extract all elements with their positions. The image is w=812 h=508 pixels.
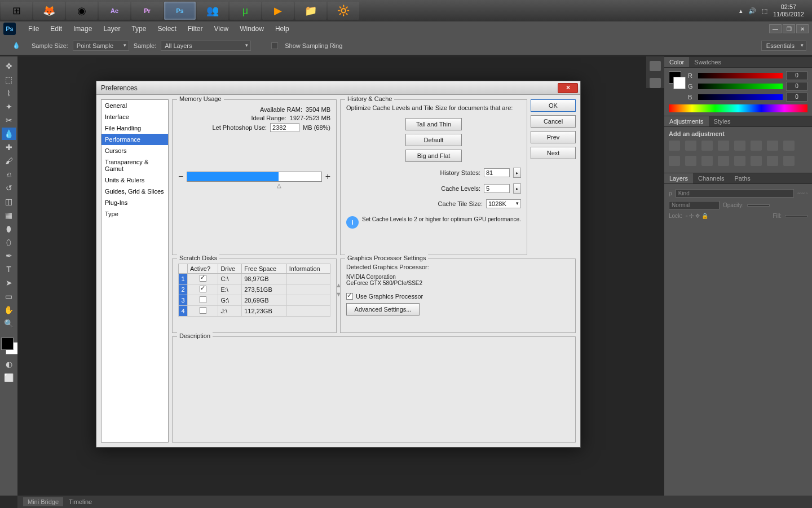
lasso-tool[interactable]: ⌇ [2, 87, 16, 99]
tab-color[interactable]: Color [664, 57, 689, 67]
wand-tool[interactable]: ✦ [2, 100, 16, 113]
taskbar-ae[interactable]: Ae [99, 2, 130, 20]
screenmode-tool[interactable]: ⬜ [2, 371, 16, 384]
pref-category-type[interactable]: Type [102, 208, 168, 220]
tab-channels[interactable]: Channels [693, 173, 729, 183]
quickmask-tool[interactable]: ◐ [2, 358, 16, 370]
adj-icon[interactable] [734, 156, 745, 166]
scratch-row[interactable]: 4J:\112,23GB [179, 306, 330, 317]
g-value[interactable]: 0 [786, 82, 807, 91]
menu-select[interactable]: Select [152, 25, 182, 33]
history-states-input[interactable]: 81 [484, 168, 510, 177]
color-ramp[interactable] [669, 104, 807, 112]
opacity-input[interactable] [747, 204, 770, 207]
big-flat-button[interactable]: Big and Flat [405, 150, 462, 162]
pref-category-plug-ins[interactable]: Plug-Ins [102, 197, 168, 208]
menu-type[interactable]: Type [126, 25, 152, 33]
window-minimize-button[interactable]: — [769, 24, 782, 33]
eyedropper-tool[interactable]: 💧 [2, 128, 16, 140]
hand-tool[interactable]: ✋ [2, 304, 16, 316]
collapsed-panel-icon[interactable] [650, 61, 661, 71]
crop-tool[interactable]: ✂ [2, 114, 16, 126]
dialog-titlebar[interactable]: Preferences ✕ [96, 81, 580, 95]
slider-plus-button[interactable]: + [325, 172, 330, 182]
scratch-active-checkbox[interactable] [200, 307, 206, 314]
gradient-tool[interactable]: ▦ [2, 209, 16, 221]
taskbar-chrome[interactable]: ◉ [66, 2, 98, 20]
cache-levels-input[interactable]: 5 [484, 184, 510, 193]
cancel-button[interactable]: Cancel [531, 115, 576, 128]
taskbar-app[interactable]: 🔆 [328, 2, 359, 20]
tab-styles[interactable]: Styles [709, 116, 736, 126]
pref-category-file-handling[interactable]: File Handling [102, 122, 168, 134]
let-use-input[interactable]: 2382 [270, 123, 299, 132]
menu-edit[interactable]: Edit [45, 25, 68, 33]
taskbar-pr[interactable]: Pr [131, 2, 163, 20]
foreground-swatch[interactable] [1, 338, 14, 350]
cache-tile-dropdown[interactable]: 1028K [486, 199, 521, 208]
pref-category-performance[interactable]: Performance [102, 134, 168, 145]
scratch-row[interactable]: 2E:\273,51GB [179, 284, 330, 295]
pref-category-transparency-gamut[interactable]: Transparency & Gamut [102, 156, 168, 174]
r-value[interactable]: 0 [786, 71, 807, 80]
adj-icon[interactable] [783, 141, 795, 151]
pref-category-general[interactable]: General [102, 100, 168, 111]
collapsed-panel-icon[interactable] [650, 78, 661, 88]
marquee-tool[interactable]: ⬚ [2, 73, 16, 86]
taskbar-media[interactable]: ▶ [262, 2, 294, 20]
zoom-tool[interactable]: 🔍 [2, 317, 16, 330]
r-slider[interactable] [698, 73, 783, 78]
tray-clock[interactable]: 02:57 11/05/2012 [773, 3, 804, 18]
adj-icon[interactable] [718, 141, 729, 151]
scratch-disks-table[interactable]: Active? Drive Free Space Information 1C:… [178, 264, 330, 317]
tray-network-icon[interactable]: ⬚ [762, 7, 767, 15]
adj-icon[interactable] [718, 156, 729, 166]
sample-dropdown[interactable]: All Layers [161, 41, 251, 51]
adj-icon[interactable] [767, 141, 778, 151]
use-gpu-checkbox[interactable] [346, 293, 353, 300]
adj-icon[interactable] [669, 156, 680, 166]
adj-icon[interactable] [751, 156, 762, 166]
adj-icon[interactable] [783, 156, 795, 166]
scratch-active-checkbox[interactable] [200, 286, 206, 292]
system-tray[interactable]: ▴ 🔊 ⬚ 02:57 11/05/2012 [739, 3, 812, 18]
taskbar-explorer[interactable]: 📁 [295, 2, 326, 20]
ok-button[interactable]: OK [531, 99, 576, 112]
history-brush-tool[interactable]: ↺ [2, 182, 16, 194]
menu-help[interactable]: Help [270, 25, 295, 33]
window-close-button[interactable]: ✕ [796, 24, 809, 33]
heal-tool[interactable]: ✚ [2, 141, 16, 154]
default-cache-button[interactable]: Default [405, 134, 462, 146]
tab-timeline[interactable]: Timeline [64, 497, 96, 506]
tab-adjustments[interactable]: Adjustments [664, 116, 709, 126]
prev-button[interactable]: Prev [531, 131, 576, 143]
blend-mode-dropdown[interactable]: Normal [669, 201, 720, 209]
tray-show-hidden-icon[interactable]: ▴ [739, 7, 743, 15]
blur-tool[interactable]: ⬮ [2, 222, 16, 235]
adj-icon[interactable] [701, 141, 713, 151]
start-button[interactable]: ⊞ [1, 2, 32, 20]
adj-icon[interactable] [767, 156, 778, 166]
menu-file[interactable]: File [23, 25, 45, 33]
pref-category-guides-grid-slices[interactable]: Guides, Grid & Slices [102, 186, 168, 197]
pref-category-interface[interactable]: Interface [102, 111, 168, 122]
adj-icon[interactable] [685, 156, 696, 166]
pref-category-units-rulers[interactable]: Units & Rulers [102, 174, 168, 186]
shape-tool[interactable]: ▭ [2, 290, 16, 303]
pen-tool[interactable]: ✒ [2, 249, 16, 262]
path-select-tool[interactable]: ➤ [2, 277, 16, 289]
memory-slider[interactable]: △ [187, 172, 321, 182]
workspace-dropdown[interactable]: Essentials [761, 41, 806, 51]
fill-input[interactable] [785, 215, 807, 217]
window-restore-button[interactable]: ❐ [783, 24, 795, 33]
taskbar-firefox[interactable]: 🦊 [33, 2, 65, 20]
type-tool[interactable]: T [2, 263, 16, 275]
g-slider[interactable] [698, 84, 783, 89]
adj-icon[interactable] [751, 141, 762, 151]
menu-view[interactable]: View [208, 25, 234, 33]
next-button[interactable]: Next [531, 147, 576, 159]
scratch-row[interactable]: 1C:\98,97GB [179, 274, 330, 284]
history-states-spinner[interactable]: ▸ [513, 168, 521, 178]
tall-thin-button[interactable]: Tall and Thin [405, 118, 462, 130]
b-slider[interactable] [698, 94, 783, 100]
